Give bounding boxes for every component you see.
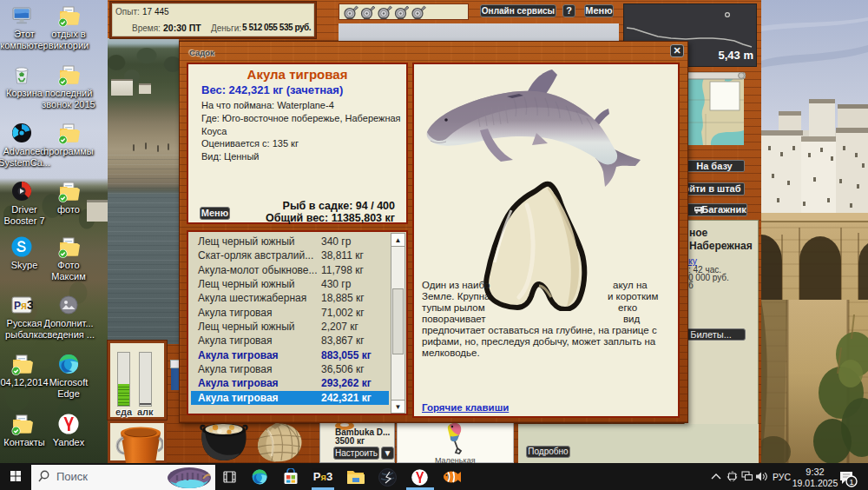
svg-text:1: 1: [849, 478, 853, 487]
svg-text:5,43 m: 5,43 m: [719, 49, 753, 62]
